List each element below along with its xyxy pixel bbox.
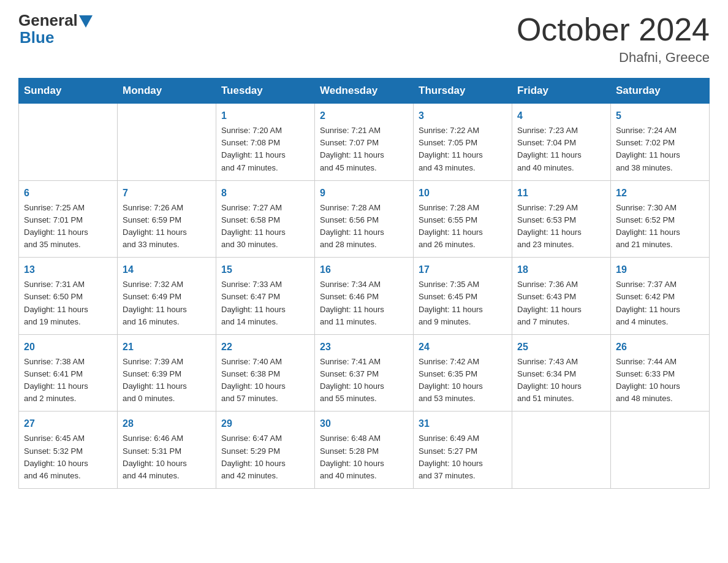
day-info: Sunrise: 7:20 AMSunset: 7:08 PMDaylight:… [221,124,309,174]
day-number: 8 [221,186,309,201]
day-number: 6 [24,186,112,201]
day-info: Sunrise: 7:27 AMSunset: 6:58 PMDaylight:… [221,202,309,251]
day-number: 20 [24,340,112,354]
logo: General Blue [18,12,93,47]
day-info: Sunrise: 6:45 AMSunset: 5:32 PMDaylight:… [24,432,112,482]
header-saturday: Saturday [611,79,710,104]
day-number: 10 [419,186,507,201]
day-info: Sunrise: 7:39 AMSunset: 6:39 PMDaylight:… [123,356,211,405]
table-row: 27Sunrise: 6:45 AMSunset: 5:32 PMDayligh… [19,412,118,489]
table-row: 8Sunrise: 7:27 AMSunset: 6:58 PMDaylight… [216,180,315,258]
day-info: Sunrise: 7:44 AMSunset: 6:33 PMDaylight:… [616,356,704,405]
table-row: 19Sunrise: 7:37 AMSunset: 6:42 PMDayligh… [611,258,710,335]
header-tuesday: Tuesday [216,79,315,104]
table-row: 2Sunrise: 7:21 AMSunset: 7:07 PMDaylight… [315,104,414,181]
day-info: Sunrise: 7:40 AMSunset: 6:38 PMDaylight:… [221,356,309,405]
day-number: 12 [616,186,704,201]
day-info: Sunrise: 7:28 AMSunset: 6:55 PMDaylight:… [419,202,507,251]
table-row: 22Sunrise: 7:40 AMSunset: 6:38 PMDayligh… [216,334,315,412]
table-row: 28Sunrise: 6:46 AMSunset: 5:31 PMDayligh… [118,412,216,489]
day-info: Sunrise: 7:41 AMSunset: 6:37 PMDaylight:… [320,356,408,405]
day-info: Sunrise: 6:47 AMSunset: 5:29 PMDaylight:… [221,432,309,482]
calendar-header-row: Sunday Monday Tuesday Wednesday Thursday… [19,79,710,104]
day-info: Sunrise: 7:38 AMSunset: 6:41 PMDaylight:… [24,356,112,405]
calendar-week-5: 27Sunrise: 6:45 AMSunset: 5:32 PMDayligh… [19,412,710,489]
calendar-table: Sunday Monday Tuesday Wednesday Thursday… [18,78,710,489]
day-info: Sunrise: 7:29 AMSunset: 6:53 PMDaylight:… [517,202,605,251]
day-number: 29 [221,416,309,431]
day-number: 21 [123,340,211,354]
svg-marker-0 [79,15,93,28]
table-row: 30Sunrise: 6:48 AMSunset: 5:28 PMDayligh… [315,412,414,489]
table-row: 15Sunrise: 7:33 AMSunset: 6:47 PMDayligh… [216,258,315,335]
table-row: 9Sunrise: 7:28 AMSunset: 6:56 PMDaylight… [315,180,414,258]
logo-triangle-icon [79,15,93,28]
logo-blue-text: Blue [20,28,93,47]
day-info: Sunrise: 7:32 AMSunset: 6:49 PMDaylight:… [123,278,211,328]
day-number: 18 [517,262,605,277]
day-info: Sunrise: 7:36 AMSunset: 6:43 PMDaylight:… [517,278,605,328]
table-row: 21Sunrise: 7:39 AMSunset: 6:39 PMDayligh… [118,334,216,412]
day-info: Sunrise: 6:48 AMSunset: 5:28 PMDaylight:… [320,432,408,482]
day-number: 11 [517,186,605,201]
day-number: 19 [616,262,704,277]
table-row: 31Sunrise: 6:49 AMSunset: 5:27 PMDayligh… [414,412,512,489]
day-info: Sunrise: 7:26 AMSunset: 6:59 PMDaylight:… [123,202,211,251]
table-row: 23Sunrise: 7:41 AMSunset: 6:37 PMDayligh… [315,334,414,412]
table-row: 11Sunrise: 7:29 AMSunset: 6:53 PMDayligh… [512,180,611,258]
table-row [512,412,611,489]
day-number: 23 [320,340,408,354]
day-number: 14 [123,262,211,277]
day-number: 9 [320,186,408,201]
location-text: Dhafni, Greece [517,50,710,66]
table-row: 4Sunrise: 7:23 AMSunset: 7:04 PMDaylight… [512,104,611,181]
day-info: Sunrise: 7:42 AMSunset: 6:35 PMDaylight:… [419,356,507,405]
calendar-week-1: 1Sunrise: 7:20 AMSunset: 7:08 PMDaylight… [19,104,710,181]
day-number: 31 [419,416,507,431]
table-row: 6Sunrise: 7:25 AMSunset: 7:01 PMDaylight… [19,180,118,258]
day-number: 17 [419,262,507,277]
day-number: 1 [221,109,309,123]
day-number: 15 [221,262,309,277]
day-number: 2 [320,109,408,123]
table-row: 17Sunrise: 7:35 AMSunset: 6:45 PMDayligh… [414,258,512,335]
table-row: 10Sunrise: 7:28 AMSunset: 6:55 PMDayligh… [414,180,512,258]
day-number: 22 [221,340,309,354]
day-number: 25 [517,340,605,354]
calendar-week-4: 20Sunrise: 7:38 AMSunset: 6:41 PMDayligh… [19,334,710,412]
header-friday: Friday [512,79,611,104]
day-number: 24 [419,340,507,354]
day-info: Sunrise: 7:35 AMSunset: 6:45 PMDaylight:… [419,278,507,328]
table-row: 24Sunrise: 7:42 AMSunset: 6:35 PMDayligh… [414,334,512,412]
day-info: Sunrise: 7:25 AMSunset: 7:01 PMDaylight:… [24,202,112,251]
table-row: 25Sunrise: 7:43 AMSunset: 6:34 PMDayligh… [512,334,611,412]
month-title: October 2024 [517,12,710,47]
table-row: 26Sunrise: 7:44 AMSunset: 6:33 PMDayligh… [611,334,710,412]
day-info: Sunrise: 7:24 AMSunset: 7:02 PMDaylight:… [616,124,704,174]
day-info: Sunrise: 7:43 AMSunset: 6:34 PMDaylight:… [517,356,605,405]
header-wednesday: Wednesday [315,79,414,104]
day-info: Sunrise: 7:28 AMSunset: 6:56 PMDaylight:… [320,202,408,251]
day-number: 13 [24,262,112,277]
day-number: 26 [616,340,704,354]
calendar-week-2: 6Sunrise: 7:25 AMSunset: 7:01 PMDaylight… [19,180,710,258]
day-info: Sunrise: 7:37 AMSunset: 6:42 PMDaylight:… [616,278,704,328]
table-row: 7Sunrise: 7:26 AMSunset: 6:59 PMDaylight… [118,180,216,258]
day-info: Sunrise: 6:49 AMSunset: 5:27 PMDaylight:… [419,432,507,482]
table-row: 13Sunrise: 7:31 AMSunset: 6:50 PMDayligh… [19,258,118,335]
day-info: Sunrise: 7:23 AMSunset: 7:04 PMDaylight:… [517,124,605,174]
table-row [611,412,710,489]
day-info: Sunrise: 7:33 AMSunset: 6:47 PMDaylight:… [221,278,309,328]
day-number: 28 [123,416,211,431]
header-monday: Monday [118,79,216,104]
day-number: 5 [616,109,704,123]
logo-general-text: General [18,12,78,28]
day-info: Sunrise: 7:34 AMSunset: 6:46 PMDaylight:… [320,278,408,328]
day-number: 4 [517,109,605,123]
page-header: General Blue October 2024 Dhafni, Greece [18,12,710,66]
table-row: 12Sunrise: 7:30 AMSunset: 6:52 PMDayligh… [611,180,710,258]
table-row: 5Sunrise: 7:24 AMSunset: 7:02 PMDaylight… [611,104,710,181]
table-row: 18Sunrise: 7:36 AMSunset: 6:43 PMDayligh… [512,258,611,335]
table-row: 29Sunrise: 6:47 AMSunset: 5:29 PMDayligh… [216,412,315,489]
day-info: Sunrise: 6:46 AMSunset: 5:31 PMDaylight:… [123,432,211,482]
